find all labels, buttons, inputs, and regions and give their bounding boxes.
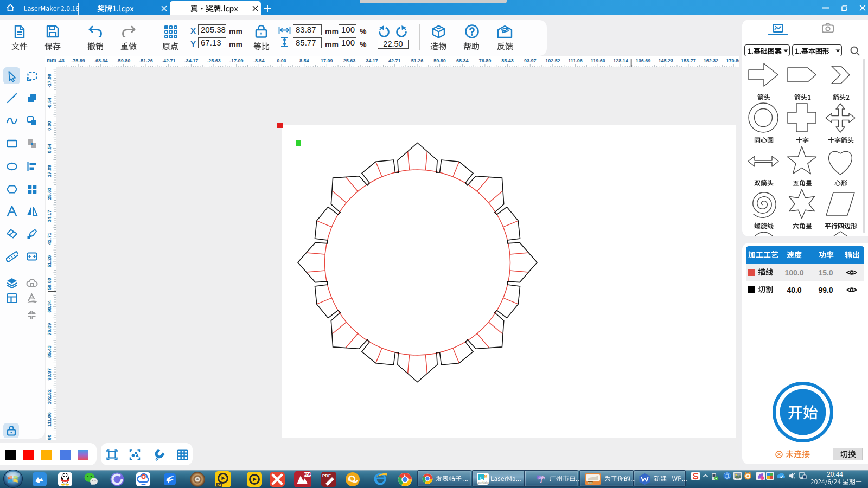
svg-text:-17.09: -17.09 [229,58,244,63]
svg-text:59.80: 59.80 [47,278,52,290]
svg-text:85.43: 85.43 [47,345,52,358]
svg-text:8.54: 8.54 [299,58,309,63]
svg-text:彩: 彩 [536,475,541,480]
svg-text:0.00: 0.00 [47,121,52,131]
svg-text:51.26: 51.26 [47,255,52,268]
svg-text:-51.26: -51.26 [139,58,153,63]
svg-text:162.32: 162.32 [704,58,719,63]
svg-text:153.77: 153.77 [681,58,696,63]
svg-text:68.34: 68.34 [456,58,469,63]
svg-text:-42.71: -42.71 [162,58,176,63]
svg-text:LaserMaker: LaserMaker [477,481,489,484]
svg-text:-68.34: -68.34 [94,58,108,63]
svg-text:102.52: 102.52 [545,58,560,63]
svg-text:93.97: 93.97 [47,368,52,381]
svg-text:-17.09: -17.09 [47,74,52,88]
svg-text:-8.54: -8.54 [253,58,265,63]
svg-text:25.63: 25.63 [343,58,356,63]
svg-text:111.06: 111.06 [568,58,583,63]
svg-text:42.71: 42.71 [47,233,52,245]
svg-text:93.97: 93.97 [524,58,537,63]
svg-text:119.60: 119.60 [591,58,605,63]
svg-text:145.23: 145.23 [658,58,673,63]
svg-text:64: 64 [217,483,221,487]
svg-text:17.09: 17.09 [321,58,333,63]
svg-text:59.80: 59.80 [433,58,446,63]
svg-text:DISK: DISK [588,481,593,484]
svg-text:119.60: 119.60 [47,435,52,440]
svg-text:PDF: PDF [322,473,331,478]
svg-text:.43: .43 [58,58,65,63]
svg-text:34.17: 34.17 [47,210,52,222]
svg-text:L: L [480,476,483,481]
svg-text:42.71: 42.71 [388,58,401,63]
svg-text:136.69: 136.69 [636,58,651,63]
svg-text:111.06: 111.06 [47,412,52,427]
svg-text:8.54: 8.54 [47,144,52,153]
svg-text:76.89: 76.89 [479,58,492,63]
svg-text:68.34: 68.34 [47,300,52,313]
svg-text:85.43: 85.43 [501,58,514,63]
svg-text:51.26: 51.26 [411,58,424,63]
svg-text:102.52: 102.52 [47,389,52,404]
svg-text:128.14: 128.14 [613,58,628,63]
svg-text:17.09: 17.09 [47,165,52,177]
svg-text:-59.80: -59.80 [117,58,131,63]
svg-text:PDF: PDF [304,473,311,477]
svg-text:0.00: 0.00 [277,58,286,63]
svg-text:-76.89: -76.89 [71,58,85,63]
svg-text:34.17: 34.17 [366,58,378,63]
svg-text:-25.63: -25.63 [207,58,221,63]
svg-text:-8.54: -8.54 [47,98,52,109]
svg-text:25.63: 25.63 [47,188,52,200]
svg-text:M: M [484,474,488,478]
svg-text:76.89: 76.89 [47,323,52,336]
svg-text:-34.17: -34.17 [184,58,199,63]
svg-text:170.86: 170.86 [726,58,739,63]
